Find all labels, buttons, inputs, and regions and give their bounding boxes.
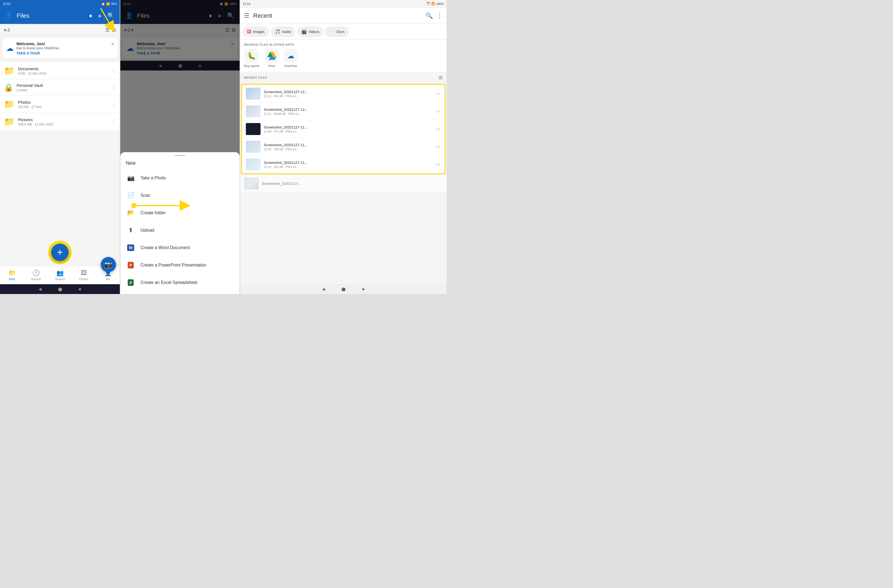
sheet-item-scan[interactable]: 📄 Scan bbox=[120, 187, 240, 204]
browse-app-drive[interactable]: Drive bbox=[265, 49, 278, 68]
chip-images[interactable]: 🖼 Images bbox=[243, 27, 269, 37]
close-banner-1[interactable]: × bbox=[111, 41, 114, 47]
folder-icon-documents: 📁 bbox=[4, 66, 15, 76]
browse-app-onedrive[interactable]: ☁ OneDrive bbox=[284, 49, 298, 68]
recent-file-name-3: Screenshot_20201127-11... bbox=[264, 125, 432, 129]
fab-camera-button[interactable]: 📷 bbox=[101, 257, 116, 272]
expand-arrows-4[interactable]: ↗↙ bbox=[435, 145, 441, 149]
fab-plus-button[interactable]: + bbox=[51, 244, 69, 261]
sheet-item-upload[interactable]: ⬆ Upload ⬆ Upload bbox=[120, 222, 240, 239]
file-item-vault[interactable]: 🔒 Personal Vault Locked ⋮ bbox=[0, 80, 120, 95]
back-btn-3[interactable]: ◀ bbox=[322, 287, 325, 291]
ppt-icon: P bbox=[126, 260, 135, 270]
file-item-documents[interactable]: 📁 Documents 0 KB · 12 Dec 2018 ⋮ bbox=[0, 62, 120, 79]
sort-label-1[interactable]: A-Z bbox=[4, 28, 103, 32]
browse-app-bug-reports[interactable]: 🐛 Bug reports bbox=[244, 49, 260, 68]
chip-docs[interactable]: 📄 Docs bbox=[325, 27, 349, 37]
file-more-photos[interactable]: ⋮ bbox=[111, 101, 116, 108]
recent-file-info-1: Screenshot_20201127-12... 12:12 · 481 kB… bbox=[264, 90, 432, 98]
profile-icon-1[interactable]: 👤 bbox=[4, 11, 14, 21]
file-item-photos[interactable]: 📁 Photos 263 KB · 27 Nov ⋮ bbox=[0, 96, 120, 113]
back-btn-1[interactable]: ◀ bbox=[39, 287, 42, 291]
onedrive-icon: ☁ bbox=[284, 49, 298, 63]
sheet-item-word[interactable]: W Create a Word Document bbox=[120, 239, 240, 256]
folder-create-icon: 📂 bbox=[126, 208, 135, 218]
home-btn-1[interactable]: ⬤ bbox=[58, 287, 62, 291]
recent-title: Recent bbox=[253, 12, 422, 20]
audio-chip-icon: 🎵 bbox=[275, 29, 280, 34]
file-more-vault[interactable]: ⋮ bbox=[111, 84, 116, 91]
recent-file-5[interactable]: Screenshot_20201127-11... 11:14 · 161 kB… bbox=[242, 156, 445, 173]
nav-recent-1[interactable]: 🕐 Recent bbox=[24, 267, 48, 283]
file-more-pictures[interactable]: ⋮ bbox=[111, 119, 116, 125]
recent-file-info-3: Screenshot_20201127-11... 11:58 · 471 kB… bbox=[264, 125, 432, 133]
file-more-documents[interactable]: ⋮ bbox=[111, 68, 116, 74]
nav-photos-icon-1: 🖼 bbox=[81, 269, 87, 277]
nav-files-1[interactable]: 📁 Files bbox=[0, 267, 24, 283]
nav-shared-1[interactable]: 👥 Shared bbox=[48, 267, 72, 283]
word-letter: W bbox=[127, 244, 134, 251]
welcome-sub-1: Get to know your OneDrive. bbox=[17, 46, 114, 50]
menu-icon-recent[interactable]: ☰ bbox=[244, 12, 250, 20]
onedrive-label: OneDrive bbox=[284, 64, 297, 68]
recent-file-4[interactable]: Screenshot_20201127-11... 11:58 · 180 kB… bbox=[242, 138, 445, 155]
recent-file-1[interactable]: Screenshot_20201127-12... 12:12 · 481 kB… bbox=[242, 85, 445, 102]
recent-btn-1[interactable]: ■ bbox=[79, 287, 81, 291]
file-list-1: 📁 Documents 0 KB · 12 Dec 2018 ⋮ 🔒 Perso… bbox=[0, 61, 120, 266]
chip-docs-label: Docs bbox=[337, 30, 345, 34]
file-meta-documents: 0 KB · 12 Dec 2018 bbox=[18, 72, 107, 75]
sheet-handle bbox=[174, 155, 185, 156]
sheet-item-ppt[interactable]: P Create a PowerPoint Presentation bbox=[120, 256, 240, 274]
premium-icon-1[interactable]: ♦ bbox=[88, 11, 94, 21]
sheet-item-create-folder[interactable]: 📂 Create folder bbox=[120, 204, 240, 222]
recent-btn-3[interactable]: ■ bbox=[362, 287, 364, 291]
recent-files-grid-icon[interactable]: ⊞ bbox=[439, 75, 443, 81]
list-view-icon-1[interactable]: ☰ bbox=[105, 27, 110, 33]
recent-file-6-partial[interactable]: Screenshot_20201127-... bbox=[240, 175, 446, 192]
nav-files-icon-1: 📁 bbox=[8, 269, 16, 277]
recent-file-info-5: Screenshot_20201127-11... 11:14 · 161 kB… bbox=[264, 161, 432, 168]
expand-arrows-1[interactable]: ↗↙ bbox=[435, 92, 441, 96]
word-icon: W bbox=[126, 243, 135, 253]
file-info-vault: Personal Vault Locked bbox=[17, 83, 107, 92]
panel-2-files-sheet: 12:14 ⏰ 📶 100% 👤 Files ♦ + 🔍 A-Z ▾ ☰ ⊞ ☁… bbox=[120, 0, 240, 294]
recent-file-2[interactable]: Screenshot_20201127-12... 12:11 · 88.86 … bbox=[242, 102, 445, 120]
welcome-banner-1: ☁ Welcome, Jon! Get to know your OneDriv… bbox=[2, 38, 117, 59]
panel-3-recent: 12:14 ⏰ 📶 100% ☰ Recent 🔍 ⋮ 🖼 Images 🎵 A… bbox=[240, 0, 446, 294]
recent-thumb-1 bbox=[246, 88, 260, 100]
expand-icon-4: ↗↙ bbox=[435, 145, 441, 149]
sheet-item-label-word: Create a Word Document bbox=[140, 245, 190, 250]
nav-files-label-1: Files bbox=[9, 277, 15, 281]
nav-recent-icon-1: 🕐 bbox=[32, 269, 40, 277]
add-icon-1[interactable]: + bbox=[96, 11, 103, 21]
upload-icon: ⬆ bbox=[126, 226, 135, 235]
file-name-pictures: Pictures bbox=[18, 117, 107, 122]
chip-videos[interactable]: 🎬 Videos bbox=[297, 27, 323, 37]
expand-arrows-3[interactable]: ↗↙ bbox=[435, 127, 441, 131]
folder-icon-photos: 📁 bbox=[4, 99, 15, 110]
take-tour-link-1[interactable]: TAKE A TOUR bbox=[17, 51, 114, 55]
recent-files-title: RECENT FILES bbox=[244, 76, 439, 79]
search-icon-recent[interactable]: 🔍 bbox=[425, 12, 433, 20]
chip-audio[interactable]: 🎵 Audio bbox=[271, 27, 295, 37]
file-name-documents: Documents bbox=[18, 66, 107, 71]
expand-arrows-2[interactable]: ↗↙ bbox=[435, 110, 441, 113]
sheet-item-photo[interactable]: 📷 Take a Photo bbox=[120, 169, 240, 187]
file-item-pictures[interactable]: 📁 Pictures 338.6 MB · 12 Dec 2018 ⋮ bbox=[0, 113, 120, 130]
expand-arrows-5[interactable]: ↗↙ bbox=[435, 162, 441, 166]
nav-photos-1[interactable]: 🖼 Photos bbox=[72, 267, 96, 283]
home-btn-3[interactable]: ⬤ bbox=[341, 287, 346, 291]
sheet-title: New bbox=[120, 160, 240, 169]
recent-thumb-2 bbox=[246, 105, 260, 117]
more-icon-recent[interactable]: ⋮ bbox=[437, 12, 443, 20]
sheet-item-excel[interactable]: X Create an Excel Spreadsheet bbox=[120, 274, 240, 291]
alarm-icon-3: ⏰ bbox=[426, 2, 430, 6]
recent-file-3[interactable]: Screenshot_20201127-11... 11:58 · 471 kB… bbox=[242, 120, 445, 138]
battery-3: 100% bbox=[436, 2, 444, 6]
status-bar-3: 12:14 ⏰ 📶 100% bbox=[240, 0, 446, 8]
wifi-icon-3: 📶 bbox=[431, 2, 435, 6]
grid-view-icon-1[interactable]: ⊞ bbox=[112, 27, 116, 33]
thumb-dark-3 bbox=[246, 123, 260, 135]
file-name-photos: Photos bbox=[18, 100, 107, 105]
search-icon-1[interactable]: 🔍 bbox=[106, 11, 116, 21]
